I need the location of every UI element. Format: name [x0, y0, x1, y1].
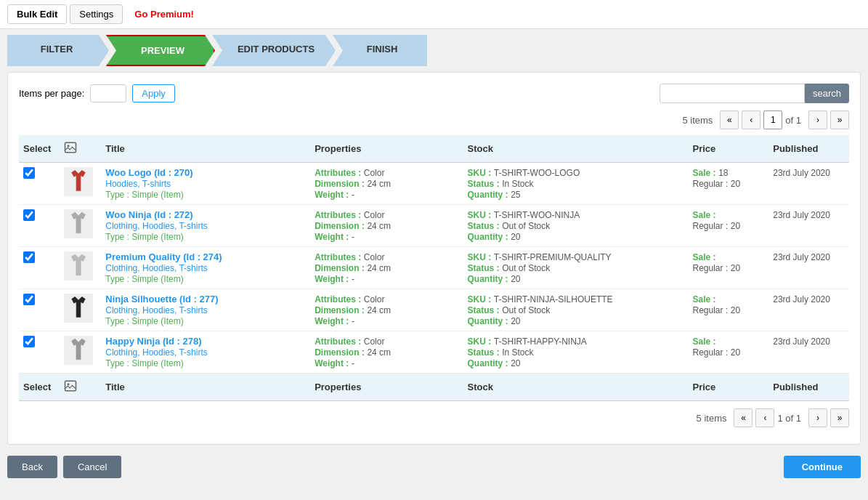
row-checkbox-cell[interactable] — [19, 331, 60, 374]
sku-value: T-SHIRT-PREMIUM-QUALITY — [494, 252, 612, 262]
weight-label: Weight : — [315, 232, 349, 242]
row-stock-cell: SKU : T-SHIRT-HAPPY-NINJA Status : In St… — [463, 331, 689, 374]
prev-page-btn-bottom[interactable]: ‹ — [755, 408, 774, 427]
row-checkbox-cell[interactable] — [19, 205, 60, 247]
product-type: Type : Simple (Item) — [105, 316, 183, 326]
product-title-link[interactable]: Woo Ninja (Id : 272) — [105, 209, 192, 220]
svg-marker-3 — [71, 212, 85, 233]
product-category-link[interactable]: Clothing, Hoodies, T-shirts — [105, 347, 208, 358]
row-checkbox-cell[interactable] — [19, 289, 60, 331]
row-properties-cell: Attributes : Color Dimension : 24 cm Wei… — [310, 289, 463, 331]
first-page-btn-top[interactable]: « — [720, 110, 739, 129]
row-checkbox-cell[interactable] — [19, 163, 60, 205]
row-checkbox[interactable] — [23, 251, 35, 263]
search-input[interactable] — [660, 84, 805, 103]
row-image-cell — [60, 289, 102, 331]
step-preview[interactable]: PREVIEW — [106, 35, 215, 66]
product-category-link[interactable]: Clothing, Hoodies, T-shirts — [105, 221, 208, 231]
sale-label: Sale : — [693, 336, 716, 347]
product-title-link[interactable]: Ninja Silhouette (Id : 277) — [105, 294, 218, 305]
row-properties-cell: Attributes : Color Dimension : 24 cm Wei… — [310, 247, 463, 289]
step-edit-products[interactable]: EDIT PRODUCTS — [212, 35, 336, 66]
regular-label: Regular : — [693, 221, 729, 231]
dim-label: Dimension : — [315, 305, 365, 315]
qty-value: 20 — [511, 316, 520, 326]
product-image — [64, 209, 93, 238]
dim-value: 24 cm — [367, 179, 391, 189]
continue-button[interactable]: Continue — [784, 456, 861, 478]
sku-value: T-SHIRT-HAPPY-NINJA — [494, 336, 587, 347]
header-select: Select — [19, 135, 60, 163]
weight-label: Weight : — [315, 316, 349, 326]
footer-price: Price — [689, 374, 769, 401]
table-row: Premium Quality (Id : 274) Clothing, Hoo… — [19, 247, 849, 289]
row-checkbox[interactable] — [23, 336, 35, 347]
main-content: Items per page: Apply search 5 items « ‹… — [7, 72, 861, 445]
product-category-link[interactable]: Clothing, Hoodies, T-shirts — [105, 263, 208, 273]
row-stock-cell: SKU : T-SHIRT-PREMIUM-QUALITY Status : O… — [463, 247, 689, 289]
row-checkbox-cell[interactable] — [19, 247, 60, 289]
apply-button[interactable]: Apply — [132, 84, 175, 102]
row-checkbox[interactable] — [23, 209, 35, 221]
steps-bar: FILTER PREVIEW EDIT PRODUCTS FINISH — [7, 35, 861, 66]
row-published-cell: 23rd July 2020 — [768, 331, 849, 374]
pagination-bottom: 5 items « ‹ 1 of 1 › » — [19, 408, 849, 427]
row-checkbox[interactable] — [23, 294, 35, 305]
product-category-link[interactable]: Clothing, Hoodies, T-shirts — [105, 305, 208, 315]
status-label: Status : — [468, 305, 500, 315]
sku-label: SKU : — [468, 210, 492, 220]
attr-value: Color — [364, 210, 385, 220]
svg-marker-2 — [71, 170, 85, 191]
qty-label: Quantity : — [468, 190, 508, 200]
back-button[interactable]: Back — [7, 456, 57, 478]
product-title-link[interactable]: Woo Logo (Id : 270) — [105, 167, 192, 178]
row-image-cell — [60, 247, 102, 289]
row-checkbox[interactable] — [23, 167, 35, 179]
status-label: Status : — [468, 179, 500, 189]
svg-point-8 — [67, 383, 69, 385]
product-title-link[interactable]: Premium Quality (Id : 274) — [105, 251, 222, 262]
header-image — [60, 135, 102, 163]
table-row: Woo Logo (Id : 270) Hoodies, T-shirts Ty… — [19, 163, 849, 205]
dim-label: Dimension : — [315, 221, 365, 231]
next-page-btn-top[interactable]: › — [808, 110, 827, 129]
svg-rect-0 — [65, 142, 76, 153]
sale-value: 18 — [718, 168, 728, 178]
search-button[interactable]: search — [805, 84, 849, 103]
premium-button[interactable]: Go Premium! — [126, 5, 203, 23]
header-title: Title — [101, 135, 310, 163]
current-page-top[interactable]: 1 — [763, 110, 782, 129]
svg-rect-7 — [65, 381, 76, 391]
items-per-page-input[interactable] — [90, 84, 126, 102]
row-title-cell: Ninja Silhouette (Id : 277) Clothing, Ho… — [101, 289, 310, 331]
product-category-link[interactable]: Hoodies, T-shirts — [105, 179, 171, 189]
product-image — [64, 336, 93, 365]
table-row: Happy Ninja (Id : 278) Clothing, Hoodies… — [19, 331, 849, 374]
first-page-btn-bottom[interactable]: « — [734, 408, 753, 427]
product-image — [64, 167, 93, 196]
header-price: Price — [689, 135, 769, 163]
status-value: In Stock — [502, 179, 533, 189]
header-published: Published — [768, 135, 849, 163]
svg-marker-5 — [71, 297, 85, 318]
product-title-link[interactable]: Happy Ninja (Id : 278) — [105, 336, 201, 347]
next-page-btn-bottom[interactable]: › — [808, 408, 827, 427]
status-value: Out of Stock — [502, 305, 550, 315]
row-image-cell — [60, 163, 102, 205]
settings-tab[interactable]: Settings — [70, 4, 123, 24]
status-label: Status : — [468, 347, 500, 358]
attr-value: Color — [364, 252, 385, 262]
step-filter[interactable]: FILTER — [7, 35, 109, 66]
cancel-button[interactable]: Cancel — [63, 456, 121, 478]
sku-label: SKU : — [468, 294, 492, 305]
bulk-edit-tab[interactable]: Bulk Edit — [7, 4, 67, 24]
last-page-btn-top[interactable]: » — [830, 110, 849, 129]
attr-label: Attributes : — [315, 252, 361, 262]
product-image — [64, 294, 93, 323]
sale-label: Sale : — [693, 252, 716, 262]
last-page-btn-bottom[interactable]: » — [830, 408, 849, 427]
row-price-cell: Sale : Regular : 20 — [689, 247, 769, 289]
step-finish[interactable]: FINISH — [333, 35, 427, 66]
prev-page-btn-top[interactable]: ‹ — [742, 110, 760, 129]
publish-date: 23rd July 2020 — [773, 252, 830, 262]
